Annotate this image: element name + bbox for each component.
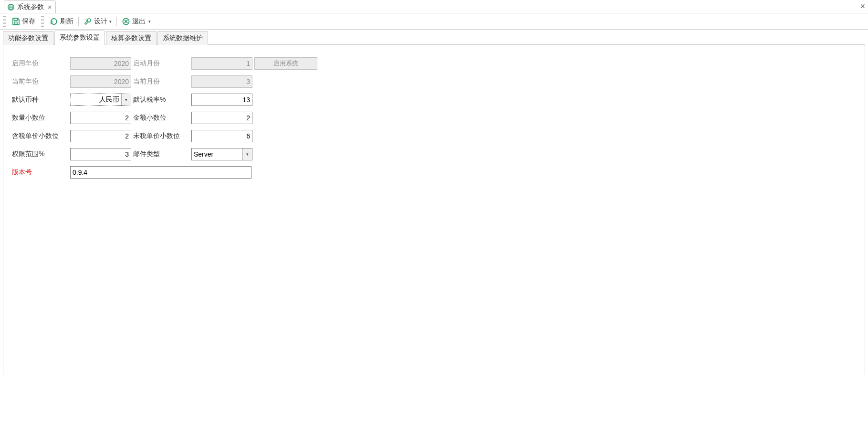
chevron-down-icon: ▾ bbox=[148, 19, 151, 24]
perm-scope-field[interactable] bbox=[70, 148, 131, 160]
document-tab-title: 系统参数 bbox=[17, 3, 44, 11]
save-button[interactable]: 保存 bbox=[8, 15, 39, 28]
start-month-field bbox=[191, 57, 252, 70]
tab-label: 功能参数设置 bbox=[8, 34, 48, 42]
tb-label: 保存 bbox=[22, 17, 35, 26]
label-enable-year: 启用年份 bbox=[12, 59, 69, 68]
exit-button[interactable]: 退出 ▾ bbox=[118, 15, 155, 28]
inner-tab-bar: 功能参数设置 系统参数设置 核算参数设置 系统数据维护 bbox=[3, 31, 865, 45]
default-tax-rate-field[interactable] bbox=[191, 94, 252, 106]
mail-type-select[interactable]: ▾ bbox=[191, 148, 252, 160]
label-default-currency: 默认币种 bbox=[12, 95, 69, 104]
label-perm-scope: 权限范围% bbox=[12, 150, 69, 158]
wrench-icon bbox=[84, 17, 92, 26]
version-field[interactable] bbox=[70, 166, 251, 179]
tab-accounting-params[interactable]: 核算参数设置 bbox=[106, 31, 157, 45]
tb-label: 退出 bbox=[132, 17, 146, 26]
tab-feature-params[interactable]: 功能参数设置 bbox=[3, 31, 53, 45]
document-tab[interactable]: 系统参数 × bbox=[4, 0, 56, 13]
amount-decimals-field[interactable] bbox=[191, 112, 252, 124]
toolbar-separator bbox=[78, 17, 79, 26]
chevron-down-icon[interactable]: ▾ bbox=[242, 148, 252, 160]
content-area: 功能参数设置 系统参数设置 核算参数设置 系统数据维护 启用年份 启动月份 启用… bbox=[3, 31, 865, 374]
label-start-month: 启动月份 bbox=[133, 59, 190, 68]
tab-label: 核算参数设置 bbox=[111, 34, 151, 42]
toolbar-separator bbox=[116, 17, 117, 26]
globe-icon bbox=[7, 3, 15, 11]
current-month-field bbox=[191, 75, 252, 88]
current-year-field bbox=[70, 75, 131, 88]
label-current-year: 当前年份 bbox=[12, 77, 69, 86]
tab-system-params[interactable]: 系统参数设置 bbox=[54, 31, 105, 45]
label-notax-price-decimals: 未税单价小数位 bbox=[133, 132, 190, 140]
document-tab-bar: 系统参数 × × bbox=[0, 0, 868, 13]
tab-system-data-maint[interactable]: 系统数据维护 bbox=[157, 31, 208, 45]
qty-decimals-field[interactable] bbox=[70, 112, 131, 124]
tb-label: 刷新 bbox=[60, 17, 73, 26]
default-currency-select[interactable]: ▾ bbox=[70, 94, 131, 106]
tb-label: 设计 bbox=[94, 17, 107, 26]
refresh-button[interactable]: 刷新 bbox=[46, 15, 77, 28]
panel-system-params: 启用年份 启动月份 启用系统 当前年份 当前月份 默认币种 ▾ 默认税率% 数量… bbox=[3, 45, 865, 374]
close-icon[interactable]: × bbox=[48, 3, 52, 11]
chevron-down-icon[interactable]: ▾ bbox=[121, 94, 131, 106]
enable-year-field bbox=[70, 57, 131, 70]
label-amount-decimals: 金额小数位 bbox=[133, 114, 190, 122]
label-qty-decimals: 数量小数位 bbox=[12, 114, 69, 122]
svg-rect-2 bbox=[14, 18, 18, 21]
design-button[interactable]: 设计 ▾ bbox=[80, 15, 115, 28]
tab-label: 系统数据维护 bbox=[163, 34, 203, 42]
label-tax-price-decimals: 含税单价小数位 bbox=[12, 132, 69, 140]
label-version: 版本号 bbox=[12, 168, 69, 177]
window-close-icon[interactable]: × bbox=[860, 1, 865, 11]
tab-label: 系统参数设置 bbox=[60, 33, 100, 41]
svg-rect-3 bbox=[14, 22, 17, 24]
tax-price-decimals-field[interactable] bbox=[70, 130, 131, 142]
toolbar: 保存 刷新 设计 ▾ 退出 ▾ bbox=[0, 13, 868, 30]
form-grid: 启用年份 启动月份 启用系统 当前年份 当前月份 默认币种 ▾ 默认税率% 数量… bbox=[12, 57, 317, 179]
label-default-tax-rate: 默认税率% bbox=[133, 95, 190, 104]
exit-icon bbox=[122, 17, 130, 26]
toolbar-grip bbox=[41, 16, 44, 27]
notax-price-decimals-field[interactable] bbox=[191, 130, 252, 142]
label-current-month: 当前月份 bbox=[133, 77, 190, 86]
enable-system-button: 启用系统 bbox=[254, 57, 317, 70]
toolbar-grip bbox=[3, 16, 6, 27]
refresh-icon bbox=[50, 17, 58, 26]
label-mail-type: 邮件类型 bbox=[133, 150, 190, 158]
chevron-down-icon: ▾ bbox=[109, 19, 112, 24]
save-icon bbox=[11, 17, 20, 26]
